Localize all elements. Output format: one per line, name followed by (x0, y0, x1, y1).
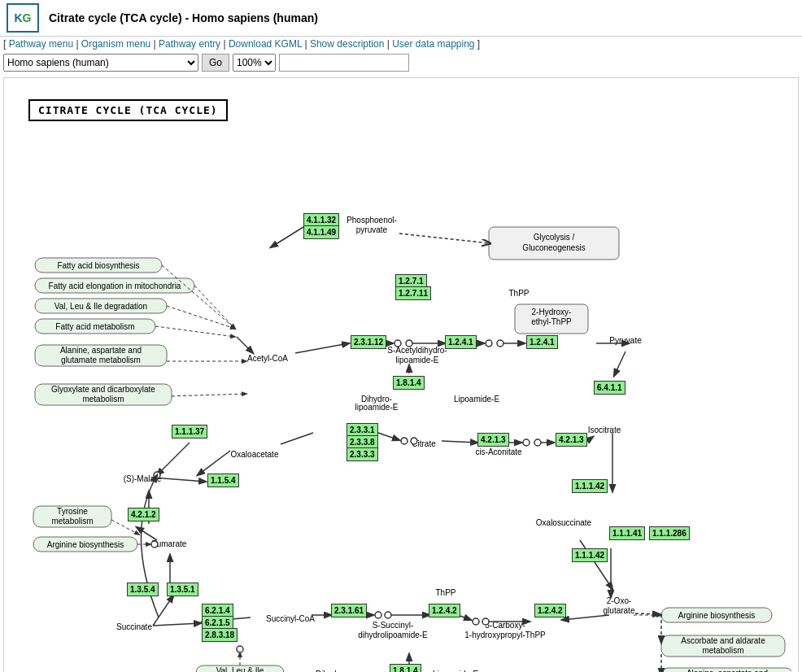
svg-point-132 (154, 472, 160, 478)
svg-text:Oxaloacetate: Oxaloacetate (231, 450, 279, 459)
svg-text:pyruvate: pyruvate (356, 225, 388, 234)
svg-rect-44 (35, 345, 167, 366)
svg-rect-53 (33, 537, 137, 552)
svg-text:Pyruvate: Pyruvate (609, 336, 642, 345)
ec-box-4-2-1-2[interactable]: 4.2.1.2 (128, 508, 159, 521)
svg-text:Dihydro-: Dihydro- (361, 395, 392, 404)
svg-rect-60 (661, 635, 785, 657)
ec-box-1-1-1-41[interactable]: 1.1.1.41 (609, 526, 645, 540)
svg-text:glutarate: glutarate (604, 606, 635, 615)
navigation-bar: [ Pathway menu | Organism menu | Pathway… (0, 37, 802, 51)
ec-box-1-2-4-1b[interactable]: 1.2.4.1 (526, 335, 558, 349)
ec-box-1-2-7-11[interactable]: 1.2.7.11 (395, 286, 431, 300)
svg-text:Tyrosine: Tyrosine (57, 507, 88, 516)
svg-point-104 (375, 612, 381, 618)
search-input[interactable] (279, 54, 409, 72)
svg-line-111 (562, 615, 609, 620)
logo: K G (7, 3, 39, 33)
ec-box-1-1-1-286[interactable]: 1.1.1.286 (649, 526, 690, 540)
svg-text:Citrate: Citrate (412, 439, 436, 448)
svg-line-120 (194, 286, 235, 329)
svg-text:Succinate: Succinate (116, 622, 152, 631)
svg-point-84 (401, 438, 408, 444)
ec-box-1-3-5-4[interactable]: 1.3.5.4 (127, 583, 159, 596)
svg-line-86 (442, 441, 477, 443)
ec-box-4-1-1-49[interactable]: 4.1.1.49 (303, 225, 339, 239)
svg-text:ThPP: ThPP (435, 588, 455, 597)
ec-box-4-2-1-3a[interactable]: 4.2.1.3 (477, 433, 509, 447)
svg-text:1-hydroxypropyl-ThPP: 1-hydroxypropyl-ThPP (464, 631, 546, 639)
organism-select[interactable]: Homo sapiens (human) (3, 54, 198, 72)
ec-box-1-8-1-4b[interactable]: 1.8.1.4 (390, 664, 421, 672)
svg-point-105 (385, 612, 391, 618)
ec-box-2-8-3-18[interactable]: 2.8.3.18 (202, 628, 238, 642)
svg-text:lipoamide-E: lipoamide-E (396, 356, 439, 364)
ec-box-1-8-1-4a[interactable]: 1.8.1.4 (393, 376, 425, 390)
ec-box-1-1-5-4[interactable]: 1.1.5.4 (207, 473, 239, 487)
svg-text:Acetyl-CoA: Acetyl-CoA (247, 354, 288, 363)
ec-box-1-2-4-2a[interactable]: 1.2.4.2 (429, 604, 460, 617)
svg-point-72 (394, 340, 401, 347)
svg-line-100 (153, 623, 201, 626)
svg-text:Val, Leu & Ile degradation: Val, Leu & Ile degradation (54, 302, 147, 311)
svg-rect-50 (33, 506, 111, 527)
logo-box: K G (7, 3, 39, 33)
svg-text:lipoamide-E: lipoamide-E (355, 403, 399, 412)
svg-text:Fumarate: Fumarate (152, 539, 187, 548)
nav-organism-menu[interactable]: Organism menu (81, 38, 150, 50)
svg-rect-47 (35, 384, 172, 405)
ec-box-1-3-5-1[interactable]: 1.3.5.1 (167, 583, 198, 596)
svg-text:Fatty acid metabolism: Fatty acid metabolism (55, 322, 134, 331)
svg-line-97 (137, 527, 157, 540)
svg-text:Val, Leu & Ile: Val, Leu & Ile (216, 666, 264, 672)
svg-rect-55 (196, 665, 284, 672)
ec-box-1-1-1-42b[interactable]: 1.1.1.42 (572, 548, 608, 562)
ec-box-6-4-1-1[interactable]: 6.4.1.1 (594, 381, 625, 395)
svg-text:S-Acetyldihydro-: S-Acetyldihydro- (387, 346, 447, 355)
svg-text:Lipoamide-E: Lipoamide-E (454, 395, 499, 404)
nav-pathway-menu[interactable]: Pathway menu (9, 38, 73, 50)
svg-text:S-Succinyl-: S-Succinyl- (373, 621, 414, 630)
svg-text:Oxalosuccinate: Oxalosuccinate (536, 518, 592, 527)
ec-box-1-1-1-37[interactable]: 1.1.1.37 (172, 425, 207, 439)
pathway-title: CITRATE CYCLE (TCA CYCLE) (28, 99, 228, 121)
zoom-select[interactable]: 100% (233, 54, 276, 72)
svg-text:3-Carboxy-: 3-Carboxy- (485, 621, 525, 630)
svg-text:Glycolysis /: Glycolysis / (534, 233, 575, 242)
svg-rect-42 (35, 319, 155, 334)
svg-line-93 (580, 540, 612, 589)
header: K G Citrate cycle (TCA cycle) - Homo sap… (0, 0, 802, 37)
svg-line-122 (155, 326, 235, 337)
ec-box-1-1-1-42a[interactable]: 1.1.1.42 (572, 479, 608, 493)
nav-pathway-entry[interactable]: Pathway entry (159, 38, 220, 50)
go-button[interactable]: Go (202, 54, 229, 72)
ec-box-2-3-1-61[interactable]: 2.3.1.61 (331, 604, 367, 617)
svg-rect-58 (661, 608, 772, 622)
pathway-canvas: CITRATE CYCLE (TCA CYCLE) Glycolysis / G… (11, 85, 791, 672)
svg-text:Alanine, aspartate and: Alanine, aspartate and (686, 669, 768, 672)
svg-text:metabolism: metabolism (702, 646, 743, 655)
svg-line-112 (635, 613, 660, 614)
ec-box-1-2-4-1a[interactable]: 1.2.4.1 (445, 335, 477, 349)
nav-download-kgml[interactable]: Download KGML (229, 38, 302, 50)
logo-gg-text: G (23, 11, 32, 24)
ec-box-1-2-4-2b[interactable]: 1.2.4.2 (534, 604, 566, 617)
svg-text:Phosphoenol-: Phosphoenol- (347, 216, 397, 225)
ec-box-2-3-1-12[interactable]: 2.3.1.12 (351, 335, 386, 349)
nav-user-data-mapping[interactable]: User data mapping (392, 38, 474, 50)
main-content: CITRATE CYCLE (TCA CYCLE) Glycolysis / G… (3, 77, 799, 672)
svg-text:(S)-Malate: (S)-Malate (124, 474, 162, 483)
svg-line-82 (281, 433, 313, 444)
svg-line-98 (153, 596, 173, 626)
svg-text:Succinyl-CoA: Succinyl-CoA (266, 614, 315, 623)
ec-box-2-3-3-3[interactable]: 2.3.3.3 (347, 447, 378, 461)
logo-kf-text: K (14, 11, 22, 24)
svg-text:Arginine biosynthesis: Arginine biosynthesis (678, 611, 756, 620)
svg-text:Glyoxylate and dicarboxylate: Glyoxylate and dicarboxylate (51, 385, 155, 394)
nav-show-description[interactable]: Show description (310, 38, 384, 50)
ec-box-4-2-1-3b[interactable]: 4.2.1.3 (556, 433, 587, 447)
svg-rect-36 (35, 258, 162, 273)
svg-text:cis-Aconitate: cis-Aconitate (475, 447, 522, 456)
svg-line-126 (111, 520, 139, 535)
svg-point-85 (411, 438, 417, 444)
